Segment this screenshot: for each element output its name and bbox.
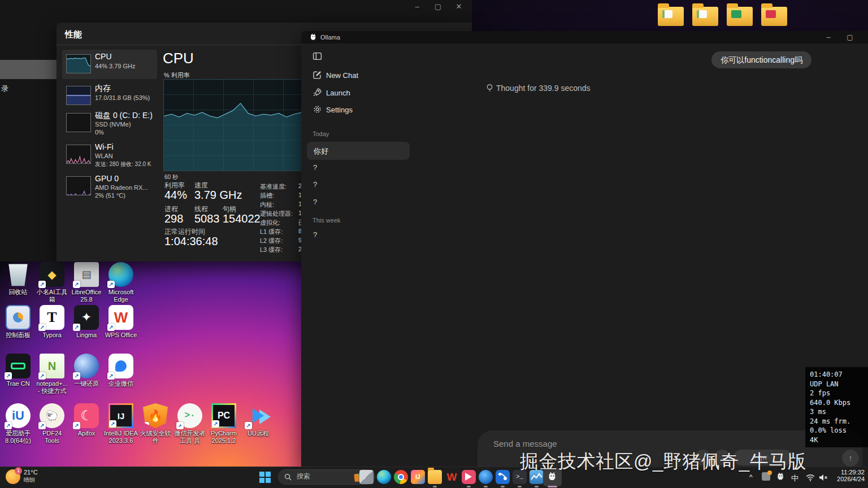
chat-item-label: 你好 <box>314 146 328 156</box>
maximize-icon[interactable]: ▢ <box>842 32 858 43</box>
stat-value: 5083 <box>194 212 220 225</box>
libreoffice-icon: ▤ <box>74 262 99 287</box>
desktop-icon-trae[interactable]: Trae CN <box>1 354 35 387</box>
send-button[interactable]: ↑ <box>842 450 859 467</box>
performance-tab-label: 性能 <box>65 29 82 40</box>
gpu-mini-chart <box>66 176 91 195</box>
running-indicator <box>467 486 471 487</box>
tm-item-title: Wi-Fi <box>95 142 114 151</box>
tm-sidebar-item-memory[interactable]: 内存 17.0/31.8 GB (53%) <box>62 81 157 111</box>
tm-item-title: GPU 0 <box>95 174 119 183</box>
desktop-icon-control-panel[interactable]: 控制面板 <box>1 305 35 339</box>
taskbar-chrome-icon[interactable] <box>394 470 408 484</box>
taskbar-red-app-icon[interactable] <box>462 470 476 484</box>
taskbar-edge-icon[interactable] <box>377 470 391 484</box>
taskbar-network-app-icon[interactable] <box>496 470 510 484</box>
sidebar-toggle-icon[interactable] <box>313 51 322 61</box>
stat-value: 154022 <box>223 212 261 225</box>
ime-indicator[interactable]: 中 <box>791 473 798 483</box>
desktop-icon-notepad[interactable]: N notepad+... - 快捷方式 <box>35 354 69 395</box>
desktop-icon-wechat-devtools[interactable]: >· 微信开发者工具 具 <box>173 403 207 445</box>
minimize-icon[interactable]: – <box>821 32 836 43</box>
task-view-icon[interactable] <box>359 470 374 484</box>
desktop-icon-wecom[interactable]: 企业微信 <box>104 354 138 387</box>
tray-time: 11:29:32 <box>830 469 865 476</box>
minimize-icon[interactable]: – <box>410 2 424 11</box>
tm-item-sub: AMD Radeon RX... <box>95 184 148 191</box>
chat-history-item[interactable]: ? <box>313 230 317 239</box>
tm-item-sub: 44% 3.79 GHz <box>95 63 136 69</box>
stat-line: 01:40:07 <box>810 370 868 380</box>
recycle-bin-icon <box>6 262 31 287</box>
tm-sidebar-item-cpu[interactable]: CPU 44% 3.79 GHz <box>62 50 157 79</box>
chat-history-item[interactable]: ? <box>313 163 317 172</box>
uu-remote-icon <box>246 403 271 428</box>
tray-clock[interactable]: 11:29:32 2026/4/24 <box>830 469 865 482</box>
desktop-folder-icon[interactable] <box>727 7 753 26</box>
desktop-icon-apifox[interactable]: ☾ Apifox <box>70 403 103 437</box>
wifi-icon[interactable] <box>806 474 815 481</box>
maximize-icon[interactable]: ▢ <box>431 2 445 11</box>
settings-button[interactable]: Settings <box>301 103 414 119</box>
tm-item-sub: 17.0/31.8 GB (53%) <box>95 94 150 101</box>
start-button[interactable] <box>259 472 271 483</box>
message-input[interactable] <box>492 438 730 449</box>
taskbar-blue-app-icon[interactable] <box>479 470 493 484</box>
search-input[interactable] <box>296 472 341 481</box>
xiaoming-ai-icon: ◆ <box>40 262 64 287</box>
thought-status: Thought for 339.9 seconds <box>496 84 591 93</box>
desktop-icon-libreoffice[interactable]: ▤ LibreOffice 25.8 <box>70 262 103 303</box>
settings-label: Settings <box>326 106 353 114</box>
weather-badge: 1 <box>15 467 22 474</box>
tm-item-sub2: 0% <box>95 129 104 136</box>
desktop-icon-xiaoming-ai[interactable]: ◆ 小名AI工具箱 <box>35 262 69 303</box>
detail-label: 虚拟化: <box>260 219 280 227</box>
tray-expand-chevron[interactable]: ^ <box>749 473 753 481</box>
tm-sidebar-item-gpu[interactable]: GPU 0 AMD Radeon RX... 2% (51 °C) <box>62 172 157 206</box>
desktop-icon-huorong[interactable]: 🔥 火绒安全软件 <box>138 403 172 445</box>
desktop-icon-lingma[interactable]: ✦ Lingma <box>70 305 103 339</box>
taskbar-wps-icon[interactable]: W <box>445 470 459 484</box>
running-indicator <box>518 486 522 487</box>
desktop-icon-aisi[interactable]: iU 爱思助手 8.0(64位) <box>1 403 35 445</box>
tm-sidebar-item-wifi[interactable]: Wi-Fi WLAN 发送: 280 接收: 32.0 K <box>62 140 157 174</box>
huorong-security-icon: 🔥 <box>143 403 168 428</box>
launch-button[interactable]: Launch <box>301 86 414 102</box>
desktop-icon-intellij[interactable]: IJ IntelliJ IDEA 2023.3.6 <box>104 403 138 445</box>
edge-icon <box>108 262 133 287</box>
wps-office-icon: W <box>108 305 133 330</box>
stat-value: 1:04:36:48 <box>164 235 218 248</box>
stat-line: 4K <box>810 435 868 445</box>
desktop-folder-icon[interactable] <box>658 7 684 26</box>
desktop-icon-pdf24[interactable]: 🐑 PDF24 Tools <box>35 403 69 445</box>
desktop-icon-pycharm[interactable]: PC PyCharm 2025.1.2 <box>207 403 241 445</box>
taskbar-explorer-icon[interactable] <box>428 470 442 484</box>
desktop-folder-icon[interactable] <box>761 7 787 26</box>
taskbar-idea-icon[interactable]: IJ <box>411 470 425 484</box>
desktop-icon-edge[interactable]: Microsoft Edge <box>104 262 138 303</box>
tm-item-sub2: 发送: 280 接收: 32.0 K <box>95 160 151 168</box>
chat-history-item[interactable]: ? <box>313 180 317 189</box>
background-list-selection[interactable] <box>0 60 57 79</box>
desktop-icon-typora[interactable]: T Typora <box>35 305 69 339</box>
chat-history-item-selected[interactable]: 你好 <box>307 142 410 160</box>
detail-label: L1 缓存: <box>260 228 283 236</box>
running-indicator <box>484 486 488 487</box>
tm-item-sub: SSD (NVMe) <box>95 121 131 128</box>
speaker-muted-icon[interactable] <box>819 474 828 481</box>
desktop-icon-wps[interactable]: W WPS Office <box>104 305 138 339</box>
chat-history-item[interactable]: ? <box>313 198 317 206</box>
desktop-folder-icon[interactable] <box>692 7 718 26</box>
stat-value: 3.79 GHz <box>194 189 242 202</box>
background-menu-item[interactable]: 录 <box>1 84 8 94</box>
detail-label: 内核: <box>260 201 274 209</box>
cpu-axis-label: % 利用率 <box>164 71 190 80</box>
rocket-icon <box>313 88 322 97</box>
desktop-icon-uu-remote[interactable]: UU远程 <box>241 403 275 437</box>
tm-sidebar-item-disk[interactable]: 磁盘 0 (C: D: E:) SSD (NVMe) 0% <box>62 108 157 142</box>
desktop-icon-onekey-restore[interactable]: 一键还原 <box>70 354 103 387</box>
desktop-icon-recycle-bin[interactable]: 回收站 <box>1 262 35 296</box>
close-icon[interactable]: ✕ <box>452 2 466 11</box>
active-app-indicator <box>548 486 557 487</box>
new-chat-button[interactable]: New Chat <box>301 68 414 84</box>
